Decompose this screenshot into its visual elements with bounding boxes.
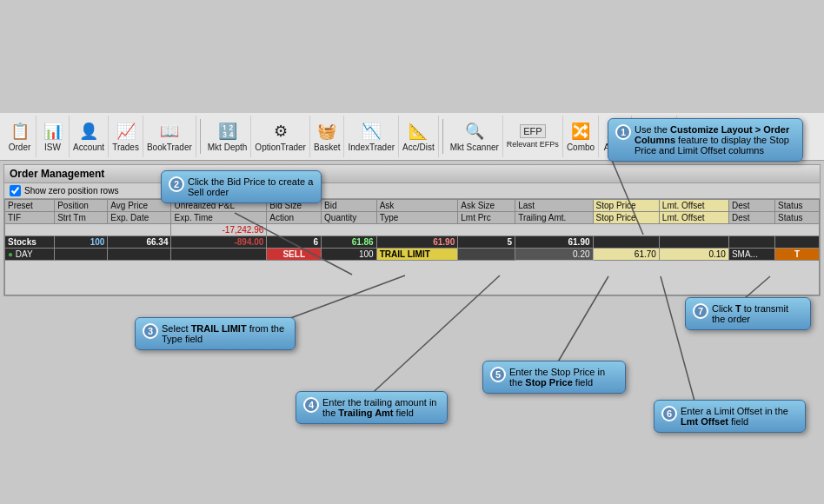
toolbar-trades-label: Trades	[112, 143, 139, 152]
order-management-panel: Order Management Show zero position rows…	[3, 164, 821, 296]
th-lmt-offset: Lmt. Offset	[659, 200, 728, 212]
order-icon: 📋	[10, 122, 30, 141]
th-quantity: Quantity	[322, 212, 377, 224]
toolbar-order[interactable]: 📋 Order	[3, 116, 37, 157]
callout-3-content: 3 Select TRAIL LIMIT from the Type field	[143, 323, 288, 344]
table-header-row-1: Preset Position Avg Price Unrealized P&L…	[5, 200, 820, 212]
toolbar-mktdepth-label: Mkt Depth	[208, 143, 248, 152]
callout-5-text: Enter the Stop Price in the Stop Price f…	[509, 367, 618, 388]
day-tif: DAY	[16, 249, 33, 259]
th-strt-tm: Strt Tm	[55, 212, 108, 224]
day-exp-time	[171, 249, 267, 261]
toolbar-trades[interactable]: 📈 Trades	[109, 116, 143, 157]
trades-icon: 📈	[116, 122, 136, 141]
toolbar-mktscanner[interactable]: 🔍 Mkt Scanner	[447, 116, 503, 157]
stocks-unrealized: -894.00	[171, 236, 267, 249]
day-lmt-offset[interactable]: 0.10	[659, 249, 728, 261]
callout-5: 5 Enter the Stop Price in the Stop Price…	[482, 361, 626, 394]
toolbar-indextrader-label: IndexTrader	[348, 143, 395, 152]
toolbar-isw[interactable]: 📊 ISW	[37, 116, 70, 157]
stocks-label: Stocks	[5, 236, 55, 249]
basket-icon: 🧺	[317, 122, 336, 141]
toolbar-mktscanner-label: Mkt Scanner	[450, 143, 499, 152]
toolbar-sep-1	[200, 119, 201, 154]
callout-5-number: 5	[490, 367, 506, 382]
toolbar-indextrader[interactable]: 📉 IndexTrader	[344, 116, 399, 157]
toolbar-optiontrader-label: OptionTrader	[255, 143, 306, 152]
combo-icon: 🔀	[571, 122, 590, 141]
account-icon: 👤	[79, 122, 98, 141]
callout-6: 6 Enter a Limit Offset in the Lmt Offset…	[654, 400, 806, 433]
th-status: Status	[775, 200, 820, 212]
callout-6-number: 6	[661, 406, 677, 421]
callout-6-content: 6 Enter a Limit Offset in the Lmt Offset…	[661, 406, 798, 427]
th-dest-2: Dest	[728, 212, 774, 224]
top-area	[0, 0, 824, 113]
isw-icon: 📊	[43, 122, 63, 141]
day-action[interactable]: SELL	[267, 249, 322, 261]
show-zero-label: Show zero position rows	[24, 186, 118, 196]
callout-2-content: 2 Click the Bid Price to create a Sell o…	[169, 176, 314, 197]
th-stop-price-2: Stop Price	[593, 212, 659, 224]
order-mgmt-options: Show zero position rows	[4, 183, 820, 199]
callout-6-text: Enter a Limit Offset in the Lmt Offset f…	[681, 406, 798, 427]
toolbar-combo[interactable]: 🔀 Combo	[563, 116, 599, 157]
stocks-bid: 61.86	[322, 236, 377, 249]
toolbar-accdist-label: Acc/Dist	[402, 143, 435, 152]
empty-row	[5, 261, 820, 295]
stocks-stop-price	[593, 236, 659, 249]
th-preset: Preset	[5, 200, 55, 212]
callout-4-content: 4 Enter the trailing amount in the Trail…	[303, 397, 440, 418]
toolbar-combo-label: Combo	[567, 143, 595, 152]
day-trailing-amt[interactable]: 0.20	[515, 249, 593, 261]
day-type[interactable]: TRAIL LIMIT	[376, 249, 458, 261]
th-lmt-prc: Lmt Prc	[458, 212, 515, 224]
callout-1-content: 1 Use the Customize Layout > Order Colum…	[615, 124, 795, 156]
toolbar-basket[interactable]: 🧺 Basket	[310, 116, 345, 157]
th-exp-date: Exp. Date	[108, 212, 171, 224]
stocks-avg-price: 66.34	[108, 236, 171, 249]
callout-2: 2 Click the Bid Price to create a Sell o…	[161, 170, 322, 203]
efp-icon: EFP	[520, 124, 545, 138]
toolbar-account[interactable]: 👤 Account	[70, 116, 109, 157]
stocks-row: Stocks 100 66.34 -894.00 6 61.86 61.90 5…	[5, 236, 820, 249]
toolbar-account-label: Account	[73, 143, 104, 152]
toolbar-optiontrader[interactable]: ⚙ OptionTrader	[251, 116, 310, 157]
order-mgmt-header: Order Management	[4, 165, 820, 183]
toolbar-booktrader[interactable]: 📖 BookTrader	[143, 116, 196, 157]
stocks-last: 61.90	[515, 236, 593, 249]
callout-1-text: Use the Customize Layout > Order Columns…	[635, 124, 795, 156]
accdist-icon: 📐	[409, 122, 428, 141]
table-header-row-2: TIF Strt Tm Exp. Date Exp. Time Action Q…	[5, 212, 820, 224]
callout-7-content: 7 Click T to transmit the order	[693, 303, 803, 324]
show-zero-checkbox[interactable]	[10, 185, 21, 196]
day-strt-tm	[55, 249, 108, 261]
day-lmt-prc	[458, 249, 515, 261]
toolbar-mktdepth[interactable]: 🔢 Mkt Depth	[204, 116, 252, 157]
toolbar-sep-2	[442, 119, 443, 154]
toolbar-efp[interactable]: EFP Relevant EFPs	[503, 116, 563, 157]
th-bid: Bid	[322, 200, 377, 212]
mktdepth-icon: 🔢	[218, 122, 237, 141]
th-trailing-amt: Trailing Amt.	[515, 212, 593, 224]
callout-2-number: 2	[169, 176, 184, 192]
th-status-2: Status	[775, 212, 820, 224]
stocks-ask: 61.90	[376, 236, 458, 249]
day-cell-indicator: ● DAY	[5, 249, 55, 261]
stocks-bid-size: 6	[267, 236, 322, 249]
callout-4-number: 4	[303, 397, 319, 413]
th-ask: Ask	[376, 200, 458, 212]
callout-3: 3 Select TRAIL LIMIT from the Type field	[135, 317, 296, 350]
callout-4: 4 Enter the trailing amount in the Trail…	[296, 391, 448, 424]
callout-1: 1 Use the Customize Layout > Order Colum…	[608, 118, 803, 162]
th-ask-size: Ask Size	[458, 200, 515, 212]
toolbar-accdist[interactable]: 📐 Acc/Dist	[399, 116, 439, 157]
toolbar-booktrader-label: BookTrader	[147, 143, 192, 152]
stocks-status	[775, 236, 820, 249]
order-table: Preset Position Avg Price Unrealized P&L…	[4, 199, 820, 295]
unrealized-row: -17,242.96	[5, 224, 820, 236]
day-transmit[interactable]: T	[775, 249, 820, 261]
callout-5-content: 5 Enter the Stop Price in the Stop Price…	[490, 367, 618, 388]
th-tif: TIF	[5, 212, 55, 224]
day-stop-price[interactable]: 61.70	[593, 249, 659, 261]
